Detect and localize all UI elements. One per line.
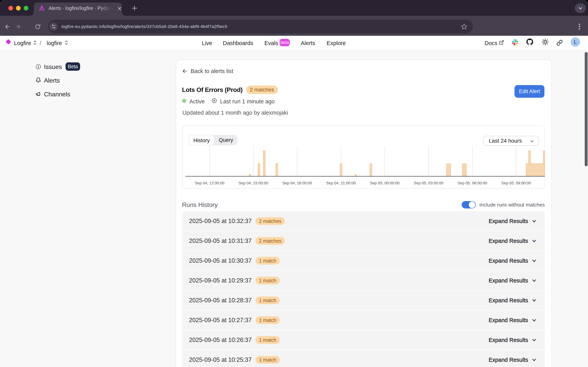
svg-text:Sep 04, 15:00:00: Sep 04, 15:00:00 [239,181,268,185]
svg-text:Sep 05, 09:00:00: Sep 05, 09:00:00 [501,181,531,185]
svg-text:Sep 05, 00:00:00: Sep 05, 00:00:00 [370,181,400,185]
svg-text:Sep 04, 12:00:00: Sep 04, 12:00:00 [195,181,224,185]
svg-text:Sep 05, 06:00:00: Sep 05, 06:00:00 [458,181,487,185]
svg-text:Sep 04, 18:00:00: Sep 04, 18:00:00 [282,181,312,185]
svg-text:Sep 05, 03:00:00: Sep 05, 03:00:00 [414,181,443,185]
svg-text:Sep 04, 21:00:00: Sep 04, 21:00:00 [326,181,356,185]
